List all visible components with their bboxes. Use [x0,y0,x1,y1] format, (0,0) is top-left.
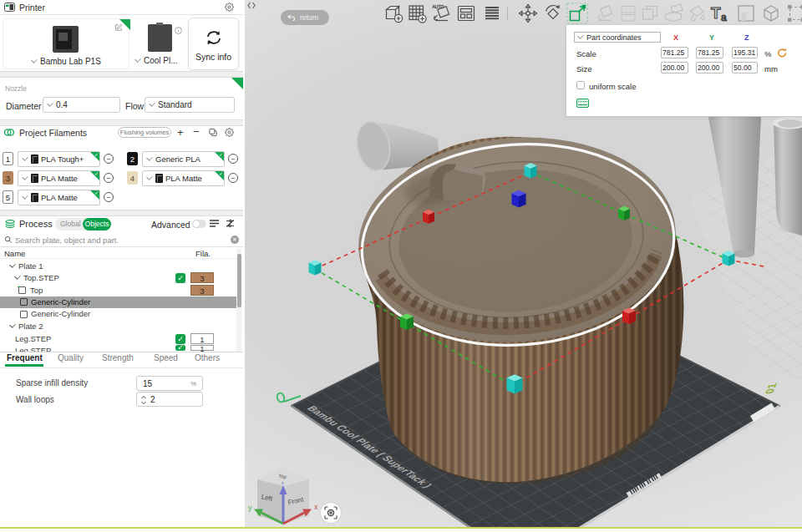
svg-text:y: y [248,504,252,512]
svg-text:a: a [721,12,727,23]
svg-text:x: x [314,503,318,511]
svg-text:T: T [711,4,721,22]
svg-text:AUTO: AUTO [433,4,444,9]
svg-text:01: 01 [762,383,779,394]
